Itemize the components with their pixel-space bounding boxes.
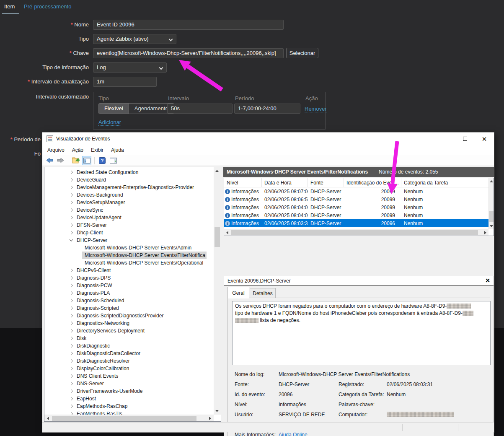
tree-item[interactable]: DHCP-Server [44,236,214,244]
open-saved-log-icon[interactable] [71,156,80,165]
table-hscroll-thumb[interactable] [231,230,478,235]
events-rows: iInformações 02/06/2025 08:07:00 DHCP-Se… [224,187,488,227]
chevron-icon [68,367,74,370]
events-table-header: Nível Data e Hora Fonte Identificação do… [224,178,494,187]
tree-item[interactable]: DisplayColorCalibration [44,365,214,372]
tree-item[interactable]: EapHost [44,395,214,402]
tree-item[interactable]: Diagnosis-ScriptedDiagnosticsProvider [44,312,214,319]
interval-type-segmented[interactable]: Flexível Agendamento [98,103,174,114]
maximize-button[interactable] [455,132,475,145]
forward-arrow-icon[interactable] [56,156,65,165]
help-icon[interactable]: ? [98,156,107,165]
tree-item[interactable]: Diagnosis-PCW [44,282,214,289]
tree-item[interactable]: DeviceGuard [44,176,214,184]
intervalo-input[interactable]: 1m [93,77,157,87]
scroll-right-icon[interactable] [484,231,486,234]
tree-item[interactable]: DiskDiagnosticDataCollector [44,350,214,357]
nome-input[interactable]: Event ID 20096 [93,20,284,30]
minimize-button[interactable] [436,132,455,145]
ajuda-online-link[interactable]: Ajuda Online [279,432,308,436]
tree-item[interactable]: DFSN-Server [44,221,214,229]
adicionar-link[interactable]: Adicionar [98,119,121,126]
period-value-input[interactable]: 1-7,00:00-24:00 [234,104,300,114]
remover-link[interactable]: Remover [305,106,327,112]
column-id-evento[interactable]: Identificação do Even... [344,178,401,187]
tree-item[interactable]: DiskDiagnostic [44,342,214,350]
toolbar-separator [68,157,68,164]
tree-item[interactable]: DNS-Server [44,380,214,387]
column-nivel[interactable]: Nível [224,178,262,187]
menu-item[interactable]: Exibir [87,147,107,153]
table-vscroll-thumb[interactable] [489,211,494,222]
chevron-icon [68,405,74,407]
scroll-up-icon[interactable] [490,180,493,182]
event-row[interactable]: iInformações 02/06/2025 08:04:09 DHCP-Se… [224,211,488,219]
menu-item[interactable]: Arquivo [44,147,68,153]
scroll-left-icon[interactable] [47,417,49,420]
tree-item[interactable]: EapMethods-RasChap [44,402,214,410]
statusbar-divider [402,424,403,431]
scroll-left-icon[interactable] [226,231,228,234]
tree-item[interactable]: Dhcp-Client [44,229,214,236]
menu-item[interactable]: Ação [68,147,87,153]
show-action-pane-icon[interactable] [109,156,118,165]
column-categoria[interactable]: Categoria da Tarefa [401,178,494,187]
tree-item[interactable]: Diagnosis-Scheduled [44,297,214,304]
scroll-right-icon[interactable] [209,417,211,420]
tree-item[interactable]: Diagnostics-Networking [44,319,214,327]
tab-preprocessing[interactable]: Pré-processamento [24,3,71,10]
tree-item[interactable]: Disk [44,335,214,342]
back-arrow-icon[interactable] [45,156,54,165]
tree-item[interactable]: DeviceSync [44,206,214,214]
chave-input[interactable]: eventlog[Microsoft-Windows-Dhcp-Server/F… [93,48,284,58]
tree-horizontal-scrollbar[interactable] [44,415,214,421]
tree-item[interactable]: DNS Client Events [44,372,214,380]
scroll-down-icon[interactable] [215,410,219,412]
column-fonte[interactable]: Fonte [308,178,344,187]
information-icon: i [225,221,230,226]
tree-item[interactable]: Desired State Configuration [44,169,214,176]
tree-item[interactable]: DHCPv6-Client [44,267,214,274]
tree-hscroll-thumb[interactable] [52,416,196,421]
tree-item[interactable]: Diagnosis-DPS [44,274,214,282]
window-titlebar[interactable]: Visualizador de Eventos [42,132,494,145]
tab-item[interactable]: Item [4,3,15,10]
event-row[interactable]: iInformações 02/06/2025 08:03:31 DHCP-Se… [224,219,488,227]
close-button[interactable]: ✕ [475,132,494,145]
detail-close-icon[interactable]: ✕ [485,277,490,284]
tree-item[interactable]: Devices-Background [44,191,214,199]
tree-item[interactable]: DeviceManagement-Enterprise-Diagnostics-… [44,184,214,191]
tab-detalhes[interactable]: Detalhes [250,288,276,298]
show-console-tree-icon[interactable] [82,156,91,165]
tree-item[interactable]: Microsoft-Windows-DHCP Server Events/Ope… [44,259,214,267]
table-horizontal-scrollbar[interactable] [224,229,488,236]
tipo-informacao-select[interactable]: Log [93,62,167,73]
event-row[interactable]: iInformações 02/06/2025 08:06:59 DHCP-Se… [224,195,488,203]
scroll-down-icon[interactable] [490,225,493,227]
tree-item[interactable]: Diagnosis-Scripted [44,304,214,312]
tree-vscroll-thumb[interactable] [215,227,220,247]
selecionar-button[interactable]: Selecionar [286,48,318,58]
tree-item[interactable]: DriverFrameworks-UserMode [44,387,214,395]
event-row[interactable]: iInformações 02/06/2025 08:07:00 DHCP-Se… [224,187,488,195]
tree-item[interactable]: Microsoft-Windows-DHCP Server Events/Adm… [44,244,214,252]
tree-vertical-scrollbar[interactable] [214,167,221,415]
tab-geral[interactable]: Geral [227,287,249,298]
menu-item[interactable]: Ajuda [107,147,128,153]
table-vertical-scrollbar[interactable] [488,178,494,229]
tree-item[interactable]: EapMethods-RasTls [44,410,214,415]
tree-item[interactable]: Diagnosis-PLA [44,289,214,297]
tree-item[interactable]: Microsoft-Windows-DHCP Server Events/Fil… [44,252,214,259]
log-header-bar: Microsoft-Windows-DHCP Server Events/Fil… [223,167,494,177]
flexible-option[interactable]: Flexível [99,104,129,114]
tree-item[interactable]: DeviceUpdateAgent [44,214,214,221]
tipo-select[interactable]: Agente Zabbix (ativo) [93,34,176,44]
tree-item[interactable]: DirectoryServices-Deployment [44,327,214,335]
scroll-up-icon[interactable] [215,170,219,172]
tree-item[interactable]: DeviceSetupManager [44,199,214,206]
tree-item[interactable]: DiskDiagnosticResolver [44,357,214,365]
event-row[interactable]: iInformações 02/06/2025 08:04:09 DHCP-Se… [224,203,488,211]
chevron-icon [68,360,74,362]
interval-value-input[interactable]: 50s [167,104,233,114]
column-data-hora[interactable]: Data e Hora [262,178,308,187]
